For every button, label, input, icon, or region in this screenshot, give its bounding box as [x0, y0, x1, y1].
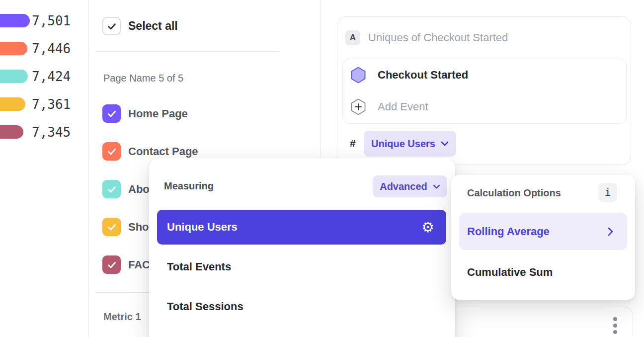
menu-item-cumulative-sum[interactable]: Cumulative Sum: [467, 262, 553, 282]
chevron-down-icon: [441, 141, 449, 146]
checkmark-icon: [106, 108, 117, 119]
query-builder-card: A Uniques of Checkout Started Checkout S…: [337, 16, 631, 165]
checkbox-shop-page[interactable]: [102, 218, 121, 236]
add-event-button[interactable]: Add Event: [351, 98, 428, 116]
checkbox-contact-page[interactable]: [102, 142, 121, 161]
series-title-row[interactable]: A Uniques of Checkout Started: [345, 30, 508, 45]
legend-bar: [0, 125, 23, 139]
menu-item-rolling-average[interactable]: Rolling Average: [459, 213, 627, 250]
checkmark-icon: [106, 184, 117, 195]
kebab-menu-icon[interactable]: [613, 317, 617, 334]
menu-item-label: Cumulative Sum: [467, 266, 553, 279]
menu-item-total-sessions[interactable]: Total Sessions: [167, 297, 243, 317]
filter-group-label: Page Name 5 of 5: [103, 73, 183, 84]
measuring-menu-title: Measuring: [164, 175, 214, 197]
filter-row-label: Abo: [128, 183, 150, 196]
add-event-label: Add Event: [378, 100, 428, 113]
filter-row-label: Sho: [128, 221, 149, 234]
series-badge: A: [345, 30, 360, 45]
legend-bar: [0, 70, 28, 83]
select-all-checkbox[interactable]: [102, 17, 121, 35]
filter-row-home-page[interactable]: Home Page: [102, 104, 188, 123]
filter-row-label: FAC: [128, 258, 150, 271]
info-icon[interactable]: i: [598, 183, 617, 202]
legend-value: 7,446: [32, 42, 71, 55]
series-title: Uniques of Checkout Started: [368, 31, 508, 44]
menu-item-unique-users[interactable]: Unique Users ⚙: [157, 210, 446, 245]
analytics-app: 7,501 7,446 7,424 7,361 7,345 Select all…: [0, 0, 644, 337]
legend-value: 7,345: [32, 125, 71, 139]
legend-bar: [0, 97, 25, 111]
calculation-options-title: Calculation Options: [467, 185, 561, 200]
menu-item-label: Total Sessions: [167, 300, 243, 313]
checkmark-icon: [106, 146, 117, 157]
legend-value: 7,361: [32, 97, 71, 111]
select-all-row[interactable]: Select all: [102, 17, 178, 35]
menu-item-total-events[interactable]: Total Events: [167, 257, 231, 277]
add-event-icon: [351, 98, 366, 115]
chevron-down-icon: [433, 184, 440, 189]
measure-type-symbol: #: [350, 131, 356, 157]
event-name: Checkout Started: [378, 69, 468, 82]
gear-icon[interactable]: ⚙: [421, 220, 434, 235]
checkmark-icon: [106, 259, 117, 270]
select-all-label: Select all: [128, 19, 178, 33]
event-hexagon-icon: [351, 67, 366, 84]
filter-row-label: Contact Page: [128, 145, 198, 158]
filter-row-faq-page[interactable]: FAC: [102, 255, 150, 274]
filter-row-label: Home Page: [128, 107, 188, 120]
advanced-dropdown-label: Advanced: [380, 181, 427, 192]
panel-divider: [88, 0, 89, 337]
event-row[interactable]: Checkout Started: [351, 66, 468, 84]
filter-row-about-page[interactable]: Abo: [102, 180, 150, 198]
filter-row-shop-page[interactable]: Sho: [102, 218, 149, 236]
legend-bar: [0, 14, 30, 27]
advanced-dropdown[interactable]: Advanced: [373, 175, 447, 197]
measure-dropdown[interactable]: Unique Users: [364, 131, 456, 157]
calculation-options-menu: Calculation Options i Rolling Average Cu…: [451, 175, 635, 300]
legend-bar: [0, 42, 27, 55]
chevron-right-icon: [608, 227, 613, 236]
checkmark-icon: [106, 222, 117, 233]
measuring-menu: Measuring Advanced Unique Users ⚙ Total …: [149, 158, 455, 337]
checkmark-icon: [106, 21, 117, 32]
divider: [95, 51, 280, 52]
legend-value: 7,501: [32, 14, 71, 27]
menu-item-label: Unique Users: [167, 221, 238, 234]
menu-item-label: Rolling Average: [467, 225, 550, 238]
metric-label: Metric 1: [103, 311, 141, 323]
checkbox-home-page[interactable]: [102, 104, 121, 123]
measure-dropdown-value: Unique Users: [371, 138, 435, 150]
legend-value: 7,424: [32, 70, 71, 83]
checkbox-faq-page[interactable]: [102, 255, 121, 274]
event-card: Checkout Started Add Event: [342, 59, 627, 124]
menu-item-label: Total Events: [167, 260, 231, 273]
checkbox-about-page[interactable]: [102, 180, 121, 198]
